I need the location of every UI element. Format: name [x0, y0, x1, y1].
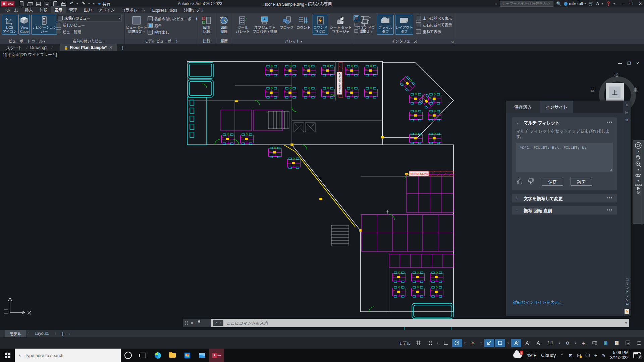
app-menu-button[interactable]: A CAD [1, 1, 14, 6]
file-tab-start[interactable]: スタート/ [2, 44, 26, 51]
zoom-extents-icon[interactable] [634, 161, 642, 168]
window-switch-button[interactable]: ウィンドウ 切替え ▾ [356, 15, 376, 35]
drawing-history-button[interactable]: 図面 履歴 [217, 15, 231, 35]
graphics-performance-icon[interactable] [601, 339, 611, 347]
join-viewports-button[interactable]: 結合 [148, 22, 199, 28]
weather-condition[interactable]: Cloudy [541, 353, 556, 358]
file-explorer-button[interactable] [165, 349, 180, 362]
palette-autohide-icon[interactable]: ⊨ [625, 110, 629, 115]
onedrive-icon[interactable]: ⛁ [577, 353, 581, 358]
ribbon-tab-Express Tools[interactable]: Express Tools [149, 7, 180, 13]
ribbon-tab-出力[interactable]: 出力 [80, 6, 95, 13]
save-icon[interactable] [36, 1, 41, 6]
layout1-tab[interactable]: Layout1 [30, 330, 54, 337]
cascade-button[interactable]: 重ねて表示 [416, 28, 452, 35]
navbar-collapse-icon[interactable] [634, 191, 642, 194]
pen-icon[interactable]: ✎ [602, 353, 605, 358]
new-drawing-tab-button[interactable]: ＋ [117, 44, 128, 51]
pan-hand-icon[interactable] [634, 154, 642, 160]
view-cube-top-face[interactable]: 上 [606, 83, 624, 101]
weather-temp[interactable]: 49°F [527, 353, 537, 358]
zoom-dropdown-icon[interactable]: ▾ [634, 168, 642, 171]
blocks-palette-button[interactable]: ブロック [279, 15, 294, 31]
volume-icon[interactable]: 🕪 [594, 353, 597, 358]
view-combo[interactable]: 未保存のビュー ▾ [56, 15, 122, 21]
viewport-config-button[interactable]: ビューポート 環境設定 ▾ [127, 15, 146, 35]
thumbs-down-icon[interactable] [528, 178, 534, 185]
ribbon-tab-挿入[interactable]: 挿入 [21, 6, 36, 13]
properties-button[interactable]: オブジェクト プロパティ管理 [252, 15, 278, 35]
help-dropdown-icon[interactable]: ▾ [613, 2, 615, 5]
restore-button[interactable]: ❐ [630, 1, 633, 6]
command-close-icon[interactable]: ✕ [191, 321, 194, 325]
expand-chevron-icon[interactable]: › [516, 196, 520, 200]
restore-viewports-button[interactable]: 呼び出し [148, 29, 199, 35]
customize-wrench-icon[interactable] [197, 320, 202, 325]
polar-tracking-toggle[interactable] [452, 339, 462, 347]
command-expand-icon[interactable]: ▾ [625, 321, 627, 325]
taskbar-search[interactable]: ⌕ Type here to search [15, 349, 121, 362]
search-icon[interactable]: 🔍 [556, 1, 561, 6]
isolate-objects-icon[interactable] [590, 339, 600, 347]
panel-label[interactable]: 名前の付いたビュー [54, 39, 124, 44]
macro-menu-icon[interactable]: ••• [606, 196, 613, 200]
expand-chevron-icon[interactable]: › [516, 208, 520, 212]
minimize-button[interactable]: — [620, 1, 624, 6]
plot-icon[interactable] [61, 1, 66, 6]
annotation-monitor-icon[interactable]: ＋ [579, 339, 589, 347]
viewport-controls-label[interactable]: [-][平面図][2D ワイヤフレーム] [3, 52, 57, 57]
macro-code-box[interactable]: ^C^C._FILLET;_R;\._FILLET;_U; ◢ [516, 143, 613, 172]
autocad-taskbar-button[interactable]: ACAD [209, 349, 224, 362]
new-layout-button[interactable]: ＋ [57, 330, 68, 337]
compass-west-label[interactable]: 西 [590, 86, 595, 93]
wheel-dropdown-icon[interactable]: ▾ [634, 150, 642, 153]
osnap-dropdown-icon[interactable]: ▾ [506, 339, 510, 347]
panel-label[interactable]: ビューポート ツール ▾ [0, 39, 54, 44]
ribbon-tab-注釈[interactable]: 注釈 [36, 6, 51, 13]
model-space-button[interactable]: モデル [396, 339, 413, 347]
panel-label[interactable]: 比較 [198, 39, 215, 44]
resize-grip-icon[interactable]: ◢ [610, 168, 612, 172]
collapse-chevron-icon[interactable]: ⌄ [516, 120, 520, 125]
named-viewports-button[interactable]: 名前の付いたビューポート [148, 15, 199, 22]
view-cube-toggle[interactable]: View Cube [18, 15, 30, 35]
file-tabs-toggle[interactable]: ファイル タブ [377, 15, 394, 35]
command-macros-button[interactable]: コマンド マクロ [313, 15, 328, 35]
recent-commands-icon[interactable]: ▾ [220, 321, 222, 324]
qat-customize-icon[interactable]: ▾ [93, 2, 94, 5]
edge-button[interactable] [150, 349, 165, 362]
file-tab-close-icon[interactable]: ✕ [109, 45, 113, 50]
show-hidden-icons[interactable]: ⌃ [560, 353, 564, 358]
drag-grip-icon[interactable] [185, 321, 188, 325]
action-center-icon[interactable]: 2 [633, 352, 641, 358]
autodesk-apps-icon[interactable]: A [596, 1, 599, 6]
new-file-icon[interactable] [19, 1, 24, 6]
show-motion-icon[interactable] [634, 183, 642, 190]
macro-menu-icon[interactable]: ••• [606, 120, 613, 125]
open-file-icon[interactable] [28, 1, 33, 6]
ribbon-tab-アドイン[interactable]: アドイン [95, 6, 118, 13]
macro-menu-icon[interactable]: ••• [606, 208, 613, 213]
iso-dropdown-icon[interactable]: ▾ [479, 339, 483, 347]
cortana-button[interactable] [121, 349, 136, 362]
count-palette-button[interactable]: カウント [296, 15, 311, 31]
autoscale-toggle[interactable] [522, 339, 532, 347]
save-as-icon[interactable] [44, 1, 49, 6]
try-macro-button[interactable]: 試す [571, 177, 592, 186]
object-snap-tracking-toggle[interactable] [484, 339, 494, 347]
workspace-dropdown-icon[interactable]: ▾ [574, 339, 578, 347]
account-menu[interactable]: mikefott ▾ [564, 1, 586, 6]
palette-close-icon[interactable]: ✕ [625, 103, 628, 107]
thumbs-up-icon[interactable] [516, 178, 523, 185]
apps-dropdown-icon[interactable]: ▾ [602, 2, 603, 5]
share-button[interactable]: ➤ 共有 [98, 1, 110, 7]
panel-label[interactable]: インタフェース [354, 39, 455, 44]
panel-label[interactable]: パレット ▾ [233, 39, 354, 44]
snap-dropdown-icon[interactable]: ▾ [436, 339, 440, 347]
navigation-bar-toggle[interactable]: ナビゲーション バー [31, 15, 57, 35]
panel-label[interactable]: 履歴 [215, 39, 233, 44]
command-prompt-chip[interactable]: >_▾ [213, 320, 223, 326]
ribbon-tab-コラボレート[interactable]: コラボレート [118, 6, 149, 13]
steering-wheel-icon[interactable] [634, 142, 642, 149]
help-search-input[interactable] [500, 1, 553, 7]
